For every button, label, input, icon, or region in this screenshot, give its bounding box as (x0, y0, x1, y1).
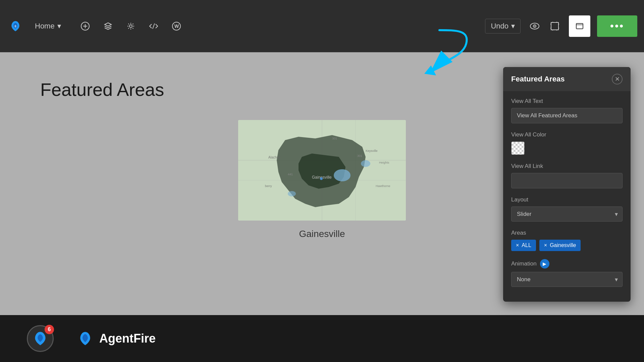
undo-button[interactable]: Undo ▾ (485, 19, 521, 34)
svg-point-4 (129, 25, 132, 27)
tag-x-gainesville: × (544, 242, 547, 248)
svg-text:Hawthorne: Hawthorne (376, 184, 390, 188)
view-all-link-input[interactable] (511, 173, 623, 188)
more-dots-label: ••• (610, 20, 625, 32)
animation-select-wrapper: None Fade Slide ▾ (511, 272, 623, 287)
svg-point-29 (361, 160, 370, 167)
settings-icon[interactable] (124, 19, 138, 33)
code-icon[interactable] (147, 19, 160, 33)
svg-text:Alachua: Alachua (268, 156, 281, 159)
tag-label-all: ALL (522, 242, 531, 248)
view-all-text-label: View All Text (511, 98, 623, 105)
undo-label: Undo (491, 22, 508, 31)
view-all-text-section: View All Text (511, 98, 623, 123)
view-all-color-label: View All Color (511, 131, 623, 138)
footer-strip: 6 AgentFire (0, 315, 644, 362)
panel-body: View All Text View All Color View All Li… (503, 91, 631, 302)
svg-rect-11 (551, 22, 558, 30)
layout-select-wrapper: Slider Grid List ▾ (511, 206, 623, 222)
eye-icon[interactable] (527, 19, 542, 34)
svg-point-39 (320, 177, 323, 180)
animation-label: Animation (511, 260, 537, 267)
layers-icon[interactable] (101, 19, 115, 33)
undo-chevron: ▾ (511, 22, 515, 31)
areas-tags: × ALL × Gainesville (511, 240, 623, 251)
svg-line-5 (153, 23, 155, 29)
toolbar-icons: W (78, 19, 183, 33)
animation-section: Animation ▶ None Fade Slide ▾ (511, 259, 623, 287)
svg-point-10 (534, 25, 535, 26)
home-chevron: ▾ (57, 22, 61, 31)
areas-section: Areas × ALL × Gainesville (511, 230, 623, 251)
svg-text:Keysville: Keysville (366, 149, 378, 153)
svg-marker-3 (105, 23, 111, 26)
svg-text:berry: berry (265, 184, 272, 188)
preview-button[interactable] (569, 15, 590, 37)
add-icon[interactable] (78, 19, 92, 33)
svg-text:Heights: Heights (379, 161, 389, 164)
view-all-text-input[interactable] (511, 108, 623, 123)
animation-header: Animation ▶ (511, 259, 623, 268)
tag-label-gainesville: Gainesville (550, 242, 576, 248)
svg-text:W: W (174, 23, 179, 29)
tag-all[interactable]: × ALL (511, 240, 536, 251)
color-swatch[interactable] (511, 141, 525, 155)
animation-select[interactable]: None Fade Slide (511, 272, 623, 287)
tag-x-all: × (516, 242, 519, 248)
view-all-link-label: View All Link (511, 163, 623, 170)
brand-name: AgentFire (99, 331, 156, 346)
featured-areas-panel: Featured Areas ✕ View All Text View All … (503, 67, 631, 302)
notification-badge: 6 (45, 325, 54, 334)
animation-play-button[interactable]: ▶ (540, 259, 549, 268)
home-label: Home (35, 22, 55, 31)
frame-icon[interactable] (547, 19, 562, 34)
footer-brand: AgentFire (78, 331, 156, 346)
layout-label: Layout (511, 196, 623, 203)
toolbar: Home ▾ W Undo ▾ ••• (0, 0, 644, 52)
svg-text:301: 301 (357, 154, 362, 158)
panel-close-button[interactable]: ✕ (612, 74, 623, 84)
areas-label: Areas (511, 230, 623, 236)
avatar[interactable]: 6 (27, 325, 54, 352)
logo[interactable] (7, 17, 24, 35)
svg-text:301: 301 (332, 137, 337, 140)
svg-rect-20 (576, 23, 583, 29)
map-label: Gainesville (299, 229, 345, 239)
more-options-button[interactable]: ••• (597, 15, 637, 37)
layout-section: Layout Slider Grid List ▾ (511, 196, 623, 222)
svg-text:441: 441 (288, 173, 293, 176)
view-all-color-section: View All Color (511, 131, 623, 155)
home-nav[interactable]: Home ▾ (31, 19, 65, 33)
svg-point-27 (334, 169, 351, 181)
view-all-link-section: View All Link (511, 163, 623, 188)
layout-select[interactable]: Slider Grid List (511, 206, 623, 222)
map-container: Alachua Keysville Heights berry Hawthorn… (238, 120, 406, 221)
panel-header: Featured Areas ✕ (503, 67, 631, 91)
panel-title: Featured Areas (511, 75, 565, 83)
toolbar-right-icons (527, 19, 562, 34)
svg-point-28 (288, 191, 296, 196)
wordpress-icon[interactable]: W (170, 19, 183, 33)
tag-gainesville[interactable]: × Gainesville (539, 240, 581, 251)
